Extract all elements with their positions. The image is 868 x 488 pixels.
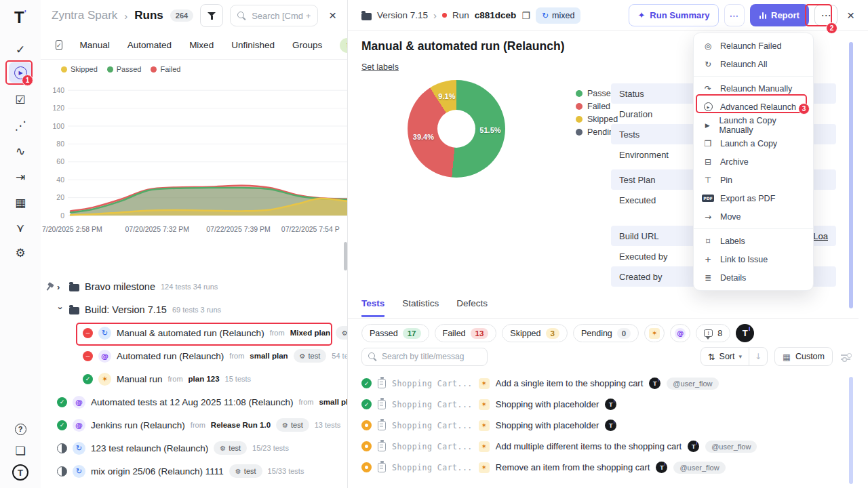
menu-item-relaunch-all[interactable]: ↻Relaunch All <box>694 55 813 73</box>
test-row[interactable]: ✓ Shopping Cart... ✶ Add a single item t… <box>361 373 850 394</box>
tests-scrollbar[interactable] <box>849 377 853 484</box>
menu-item-link-issue[interactable]: +Link to Issue <box>694 250 813 268</box>
tree-folder-bravo[interactable]: › Bravo milestone 124 tests 34 runs <box>41 275 347 298</box>
menu-item-export-pdf[interactable]: PDFExport as PDF <box>694 189 813 207</box>
svg-text:7/20/2025 2:58 PM: 7/20/2025 2:58 PM <box>42 225 102 233</box>
tree-run-automated-aug[interactable]: ✓ @ Automated tests at 12 Aug 2025 11:08… <box>41 390 347 413</box>
svg-text:100: 100 <box>52 122 64 130</box>
runs-count-badge: 264 <box>170 9 193 22</box>
select-runs-icon[interactable]: ✓ <box>56 40 62 50</box>
manual-test-icon: ✶ <box>479 441 490 452</box>
menu-item-relaunch-failed[interactable]: ◎Relaunch Failed <box>694 37 813 55</box>
set-labels-link[interactable]: Set labels <box>361 62 399 72</box>
tree-folder-build[interactable]: › Build: Version 7.15 69 tests 3 runs <box>41 298 347 321</box>
donut-slice-label: 9.1% <box>438 92 455 100</box>
menu-divider <box>694 228 813 229</box>
clipboard-icon <box>378 421 386 430</box>
menu-item-details[interactable]: ≣Details <box>694 268 813 287</box>
menu-item-launch-copy-manually[interactable]: ▶Launch a Copy Manually <box>694 116 813 134</box>
analytics-icon[interactable]: ▦ <box>9 192 32 213</box>
settings-gear-icon[interactable]: ⚙ <box>9 243 32 263</box>
tab-tests[interactable]: Tests <box>361 298 384 317</box>
menu-item-labels[interactable]: ⌑Labels <box>694 232 813 250</box>
tasks-check-icon[interactable]: ✓ <box>9 39 32 60</box>
test-label-chip[interactable]: ⚙test <box>276 418 309 432</box>
chip-pending[interactable]: Pending0 <box>573 324 639 342</box>
steps-icon[interactable]: ⋰ <box>9 115 32 136</box>
runs-search-input[interactable] <box>252 11 311 21</box>
panel-close-button[interactable]: × <box>325 8 340 23</box>
chip-passed[interactable]: Passed17 <box>361 324 429 342</box>
test-row[interactable]: ✓ Shopping Cart... ✶ Shopping with place… <box>361 394 850 415</box>
menu-item-move[interactable]: →Move <box>694 207 813 226</box>
header-version[interactable]: Version 7.15 <box>377 10 428 20</box>
brand-logo[interactable]: T' <box>14 8 26 27</box>
detail-close-button[interactable]: × <box>843 8 859 23</box>
tests-search[interactable] <box>361 348 488 366</box>
tab-automated[interactable]: Automated <box>127 40 172 50</box>
test-label-chip[interactable]: ⚙test <box>229 464 262 478</box>
relaunch-failed-icon: ◎ <box>702 41 714 51</box>
run-summary-button[interactable]: ✦Run Summary <box>629 4 718 26</box>
tree-run-123-relaunch[interactable]: ↻ 123 test relaunch (Relaunch) ⚙test 15/… <box>41 436 347 460</box>
breadcrumb-project[interactable]: Zyntra Spark <box>52 9 117 22</box>
menu-item-pin[interactable]: ⊤Pin <box>694 171 813 189</box>
test-tag[interactable]: @user_flow <box>667 378 718 390</box>
help-icon[interactable]: ? <box>9 419 32 439</box>
brand-badge-icon[interactable]: T <box>9 462 32 483</box>
folder-icon <box>69 307 79 314</box>
in-progress-status-icon <box>57 443 67 453</box>
tree-run-automated[interactable]: − @ Automated run (Relaunch) from small … <box>41 344 347 367</box>
tree-run-manual[interactable]: ✓ ✶ Manual run from plan 123 15 tests <box>41 367 347 390</box>
test-row[interactable]: Shopping Cart... ✶ Shopping with placeho… <box>361 415 850 436</box>
menu-item-launch-copy[interactable]: ❐Launch a Copy <box>694 134 813 152</box>
move-arrow-icon: → <box>702 212 714 222</box>
manual-test-icon: ✶ <box>479 462 490 473</box>
tab-manual[interactable]: Manual <box>80 40 110 50</box>
run-summary-more-button[interactable]: ⋯ <box>724 4 745 26</box>
tree-run-mix-origin[interactable]: ↻ mix origin 25/06 (Relaunch) 1111 ⚙test… <box>41 460 347 483</box>
test-label-chip[interactable]: ⚙test <box>214 441 247 455</box>
assignee-avatar: T <box>605 399 616 410</box>
detail-scrollbar[interactable] <box>849 42 853 308</box>
copy-icon[interactable]: ❐ <box>521 10 530 21</box>
sort-button[interactable]: ⇅Sort▾ <box>701 352 749 362</box>
tree-run-jenkins[interactable]: ✓ @ Jenkins run (Relaunch) from Release … <box>41 413 347 436</box>
projects-folder-icon[interactable]: ❏ <box>9 441 32 461</box>
tab-defects[interactable]: Defects <box>456 298 488 317</box>
test-label-chip[interactable]: ⚙test <box>294 349 327 363</box>
adjustments-icon[interactable] <box>841 352 850 361</box>
tag-chip-test-work[interactable]: test work <box>340 38 347 53</box>
chip-skipped[interactable]: Skipped3 <box>502 324 568 342</box>
breadcrumb-section[interactable]: Runs <box>134 9 163 22</box>
chip-comments[interactable]: !8 <box>696 324 730 342</box>
test-row[interactable]: Shopping Cart... ✶ Remove an item from t… <box>361 457 850 478</box>
test-tag[interactable]: @user_flow <box>673 462 725 474</box>
automated-run-icon: @ <box>73 419 85 432</box>
test-label-chip[interactable]: ⚙test <box>336 326 347 340</box>
sign-in-icon[interactable]: ⇥ <box>9 167 32 187</box>
sort-direction-button[interactable]: ↓ <box>749 352 767 361</box>
branch-icon[interactable]: ⋎ <box>9 218 32 238</box>
failed-status-icon: − <box>83 351 93 361</box>
chip-failed[interactable]: Failed13 <box>435 324 497 342</box>
user-avatar[interactable]: T <box>736 324 754 342</box>
report-button[interactable]: Report <box>750 4 809 26</box>
custom-columns-button[interactable]: ▦Custom <box>774 347 833 366</box>
chevron-right-icon[interactable]: › <box>57 282 64 292</box>
tab-statistics[interactable]: Statistics <box>402 298 439 317</box>
pulse-icon[interactable]: ∿ <box>9 141 32 161</box>
chevron-down-icon[interactable]: › <box>56 306 66 313</box>
test-tag[interactable]: @user_flow <box>705 441 757 453</box>
menu-item-archive[interactable]: ⊟Archive <box>694 152 813 171</box>
tab-groups[interactable]: Groups <box>292 40 322 50</box>
results-list-icon[interactable]: ☑ <box>9 89 32 110</box>
filter-button[interactable] <box>200 4 223 27</box>
tests-search-input[interactable] <box>382 352 481 361</box>
runs-search[interactable] <box>230 5 318 26</box>
tab-unfinished[interactable]: Unfinished <box>231 40 275 50</box>
chip-automated-filter[interactable]: @ <box>670 324 690 342</box>
tab-mixed[interactable]: Mixed <box>189 40 214 50</box>
chip-manual-filter[interactable]: ✶ <box>644 324 665 342</box>
test-row[interactable]: Shopping Cart... ✶ Add multiple differen… <box>361 436 850 457</box>
